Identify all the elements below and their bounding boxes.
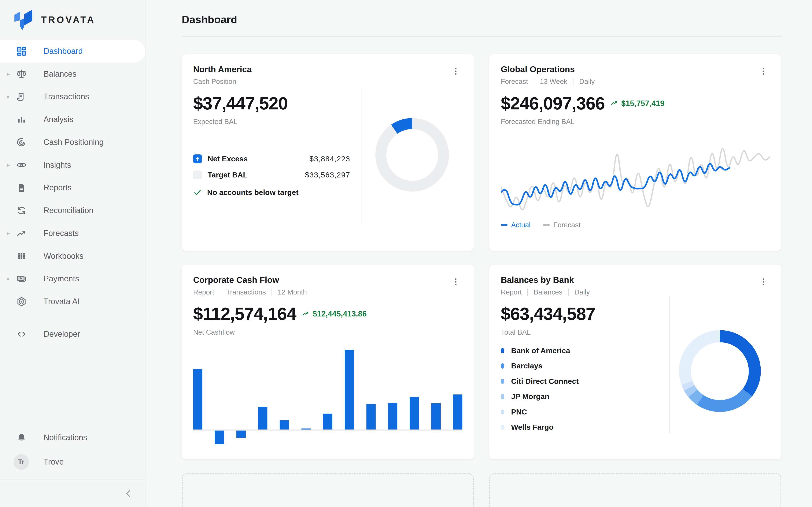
sidebar-item-trovata-ai[interactable]: ▶ Trovata AI [0,290,145,313]
bars-icon [16,114,27,125]
net-excess-row: Net Excess $3,884,223 [193,151,350,167]
bank-dot-icon [501,425,504,430]
sidebar-nav: ▶ Dashboard ▶ Balances ▶ Transactions ▶ … [0,40,145,313]
sidebar-item-transactions[interactable]: ▶ Transactions [0,86,145,108]
bank-dot-icon [501,348,504,353]
sidebar-item-trove-profile[interactable]: Tr Trove [0,449,145,475]
bank-legend-item-pnc: PNC [501,404,658,419]
balances-donut-chart [679,330,761,412]
receipt-icon [16,91,27,102]
chevron-left-icon [123,489,134,499]
total-bal-value: $63,434,587 [501,304,595,324]
sidebar-item-dashboard[interactable]: ▶ Dashboard [0,40,145,63]
forecasted-ending-bal-value: $246,097,366 [501,93,605,114]
card-title: Corporate Cash Flow [193,275,307,285]
avatar: Tr [13,454,29,469]
sidebar-item-cash-positioning[interactable]: ▶ Cash Positioning [0,131,145,154]
kebab-menu-icon [759,277,768,287]
value-label: Forecasted Ending BAL [501,118,770,126]
card-menu-button[interactable] [449,64,462,78]
check-icon [193,188,202,197]
value-label: Net Cashflow [193,328,462,336]
dashboard-icon [16,46,27,57]
legend-item-forecast[interactable]: Forecast [543,221,581,229]
eye-icon [16,160,27,170]
card-meta: Report Balances Daily [501,288,590,296]
expand-chevron-icon[interactable]: ▶ [7,94,10,99]
card-title: Balances by Bank [501,275,590,285]
card-subtitle: Cash Position [193,77,252,86]
expected-balance-value: $37,447,520 [193,93,288,114]
header-divider [182,36,782,37]
bank-legend-item-wells-fargo: Wells Fargo [501,419,658,435]
bank-dot-icon [501,394,504,399]
kebab-menu-icon [451,66,461,76]
card-balances-by-bank: Balances by Bank Report Balances Daily $… [489,265,781,459]
trend-icon [16,228,27,239]
kebab-menu-icon [451,277,461,287]
bank-legend-item-bank-of-america: Bank of America [501,343,658,358]
empty-widget-placeholder[interactable] [182,473,474,507]
card-north-america: North America Cash Position $37,447,520 … [182,54,474,251]
value-label: Expected BAL [193,118,350,126]
chart-legend: Actual Forecast [501,221,770,229]
trovata-logo-icon [13,9,33,31]
expand-chevron-icon[interactable]: ▶ [7,231,10,236]
card-meta: Report Transactions 12 Month [193,288,307,296]
card-global-operations: Global Operations Forecast 13 Week Daily… [489,54,781,251]
sidebar-item-balances[interactable]: ▶ Balances [0,62,145,86]
legend-item-actual[interactable]: Actual [501,221,530,229]
card-menu-button[interactable] [757,275,770,289]
cash-position-donut-chart [375,118,449,191]
doc-icon [16,182,27,193]
sidebar-collapse-button[interactable] [123,489,134,499]
dashboard-grid: North America Cash Position $37,447,520 … [182,54,782,507]
bell-icon [16,432,27,443]
sidebar-item-insights[interactable]: ▶ Insights [0,154,145,176]
target-bal-row: Target BAL $33,563,297 [193,167,350,183]
sidebar-item-reports[interactable]: ▶ Reports [0,176,145,199]
empty-widget-placeholder[interactable] [489,473,781,507]
delta-badge: $15,757,419 [610,99,665,108]
trend-up-icon [610,99,619,108]
sync-icon [16,205,27,216]
legend-dash-icon [543,224,550,226]
brand[interactable]: TROVATA [0,0,145,39]
scale-icon [16,68,27,79]
page-title: Dashboard [182,13,782,26]
arrow-up-icon [193,155,202,163]
trend-up-icon [302,310,310,318]
sidebar-item-analysis[interactable]: ▶ Analysis [0,108,145,131]
sidebar-item-developer[interactable]: Developer [0,323,145,346]
card-corporate-cash-flow: Corporate Cash Flow Report Transactions … [182,265,474,459]
card-menu-button[interactable] [757,64,770,78]
legend-dash-icon [501,224,507,226]
bank-legend-item-barclays: Barclays [501,358,658,374]
expand-chevron-icon[interactable]: ▶ [7,72,10,76]
bank-dot-icon [501,379,504,384]
expand-chevron-icon[interactable]: ▶ [7,276,10,281]
grid-icon [16,250,27,261]
bank-legend-item-jp-morgan: JP Morgan [501,389,658,404]
bank-legend-list: Bank of America Barclays Citi Direct Con… [501,343,658,435]
banknote-icon [16,273,27,284]
sidebar-item-payments[interactable]: ▶ Payments [0,268,145,290]
hexagon-icon [16,296,27,307]
accounts-status: No accounts below target [193,183,350,202]
bank-legend-item-citi-direct-connect: Citi Direct Connect [501,374,658,389]
card-title: Global Operations [501,64,595,74]
delta-badge: $12,445,413.86 [302,309,367,318]
cashflow-bar-chart [193,342,462,445]
net-cashflow-value: $112,574,164 [193,304,296,324]
sidebar-item-workbooks[interactable]: ▶ Workbooks [0,245,145,268]
card-menu-button[interactable] [449,275,462,289]
sidebar-divider [0,318,145,318]
sidebar-item-forecasts[interactable]: ▶ Forecasts [0,222,145,245]
code-icon [16,329,27,339]
sidebar-item-reconciliation[interactable]: ▶ Reconciliation [0,199,145,222]
sidebar-item-notifications[interactable]: Notifications [0,426,145,449]
main-content: Dashboard North America Cash Position $3… [146,0,812,507]
value-label: Total BAL [501,328,658,336]
expand-chevron-icon[interactable]: ▶ [7,163,10,168]
brand-wordmark: TROVATA [41,14,95,25]
